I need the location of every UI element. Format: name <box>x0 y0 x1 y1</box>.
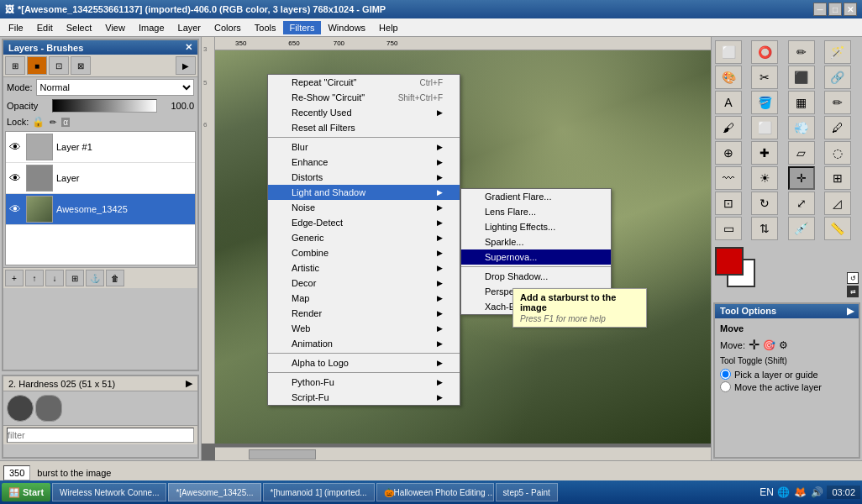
swap-colors-icon[interactable]: ⇄ <box>847 286 859 297</box>
menu-light-and-shadow[interactable]: Light and Shadow ▶ <box>268 185 460 200</box>
menu-image[interactable]: Image <box>132 21 171 34</box>
submenu-perspective[interactable]: Perspective... <box>461 284 611 299</box>
minimize-button[interactable]: ─ <box>813 3 827 16</box>
submenu-lighting-effects[interactable]: Lighting Effects... <box>461 219 611 234</box>
brush-search-input[interactable] <box>7 428 194 443</box>
tool-airbrush[interactable]: 💨 <box>788 116 815 139</box>
layer-eye-2[interactable]: 👁 <box>9 202 23 216</box>
lock-paint-icon[interactable]: ✏ <box>50 118 56 127</box>
layer-item-1[interactable]: 👁 Layer <box>6 163 195 194</box>
lower-layer-btn[interactable]: ↓ <box>45 270 64 286</box>
menu-blur[interactable]: Blur ▶ <box>268 139 460 155</box>
raise-layer-btn[interactable]: ↑ <box>25 270 44 286</box>
taskbar-btn-awesome[interactable]: *[Awesome_13425... <box>168 483 260 501</box>
delete-layer-btn[interactable]: 🗑 <box>106 270 124 286</box>
tool-smudge[interactable]: 〰 <box>715 166 742 190</box>
start-button[interactable]: 🪟 Start <box>2 483 50 501</box>
filters-menu[interactable]: Repeat "Circuit" Ctrl+F Re-Show "Circuit… <box>267 74 460 406</box>
menu-decor[interactable]: Decor ▶ <box>268 276 460 291</box>
anchor-layer-btn[interactable]: ⚓ <box>86 270 104 286</box>
tool-rotate[interactable]: ↻ <box>751 192 778 215</box>
taskbar-btn-halloween[interactable]: 🎃 Halloween Photo Editing ... <box>376 483 494 501</box>
option2-radio[interactable] <box>720 381 731 392</box>
tool-crop[interactable]: ⊡ <box>715 192 742 215</box>
layers-tool-2[interactable]: ■ <box>27 56 47 75</box>
taskbar-btn-step5[interactable]: step5 - Paint <box>496 483 558 501</box>
tool-dodge[interactable]: ☀ <box>751 166 778 190</box>
mode-select[interactable]: Normal <box>36 79 194 96</box>
tool-rect-select[interactable]: ⬜ <box>715 40 742 64</box>
menu-render[interactable]: Render ▶ <box>268 306 460 321</box>
menu-recently-used[interactable]: Recently Used ▶ <box>268 105 460 120</box>
menu-reshow-circuit[interactable]: Re-Show "Circuit" Shift+Ctrl+F <box>268 90 460 105</box>
tool-text[interactable]: A <box>715 91 742 114</box>
light-and-shadow-submenu[interactable]: Gradient Flare... Lens Flare... Lighting… <box>460 188 612 315</box>
tool-paths[interactable]: 🔗 <box>824 66 851 89</box>
menu-repeat-circuit[interactable]: Repeat "Circuit" Ctrl+F <box>268 75 460 90</box>
tool-pencil[interactable]: ✏ <box>824 91 851 114</box>
tool-move[interactable]: ✛ <box>788 166 815 190</box>
menu-colors[interactable]: Colors <box>208 21 248 34</box>
lock-alpha-icon[interactable]: α <box>61 118 70 127</box>
tool-perspective-clone[interactable]: ▱ <box>788 141 815 165</box>
tool-colorpick[interactable]: 💉 <box>788 217 815 240</box>
tool-eraser[interactable]: ⬜ <box>751 116 778 139</box>
tool-by-color[interactable]: 🎨 <box>715 66 742 89</box>
submenu-drop-shadow[interactable]: Drop Shadow... <box>461 269 611 284</box>
submenu-xach-effect[interactable]: Xach-Effect... <box>461 299 611 314</box>
brushes-options-btn[interactable]: ▶ <box>186 378 192 389</box>
tool-paintbrush[interactable]: 🖌 <box>715 116 742 139</box>
menu-tools[interactable]: Tools <box>248 21 283 34</box>
foreground-color-swatch[interactable] <box>715 247 744 276</box>
tool-fuzzy-select[interactable]: 🪄 <box>824 40 851 64</box>
layers-options-btn[interactable]: ▶ <box>176 56 196 75</box>
tool-blend[interactable]: ▦ <box>788 91 815 114</box>
submenu-lens-flare[interactable]: Lens Flare... <box>461 204 611 219</box>
tool-shear[interactable]: ◿ <box>824 192 851 215</box>
menu-view[interactable]: View <box>98 21 132 34</box>
duplicate-layer-btn[interactable]: ⊞ <box>66 270 84 286</box>
submenu-gradient-flare[interactable]: Gradient Flare... <box>461 189 611 204</box>
layer-item-2[interactable]: 👁 Awesome_13425 <box>6 194 195 225</box>
option1-radio[interactable] <box>720 369 731 380</box>
taskbar-btn-humanoid[interactable]: *[humanoid 1] (imported... <box>263 483 375 501</box>
menu-edge-detect[interactable]: Edge-Detect ▶ <box>268 215 460 230</box>
menu-filters[interactable]: Filters <box>283 21 322 34</box>
canvas-scrollbar-h[interactable] <box>215 447 711 460</box>
tool-options-arrow[interactable]: ▶ <box>847 306 854 317</box>
menu-generic[interactable]: Generic ▶ <box>268 230 460 245</box>
menu-windows[interactable]: Windows <box>321 21 372 34</box>
tool-heal[interactable]: ✚ <box>751 141 778 165</box>
menu-map[interactable]: Map ▶ <box>268 291 460 306</box>
menu-artistic[interactable]: Artistic ▶ <box>268 260 460 276</box>
tool-measure[interactable]: 📏 <box>824 217 851 240</box>
tool-bucket[interactable]: 🪣 <box>751 91 778 114</box>
menu-python-fu[interactable]: Python-Fu ▶ <box>268 375 460 390</box>
layers-close-icon[interactable]: ✕ <box>185 42 192 53</box>
tool-flip[interactable]: ⇅ <box>751 217 778 240</box>
menu-layer[interactable]: Layer <box>171 21 208 34</box>
layer-eye-1[interactable]: 👁 <box>9 171 23 185</box>
menu-select[interactable]: Select <box>60 21 99 34</box>
menu-distorts[interactable]: Distorts ▶ <box>268 170 460 185</box>
layer-item-0[interactable]: 👁 Layer #1 <box>6 132 195 163</box>
menu-reset-filters[interactable]: Reset all Filters <box>268 120 460 135</box>
maximize-button[interactable]: □ <box>828 3 842 16</box>
brush-item[interactable] <box>35 395 62 422</box>
lock-icon[interactable]: 🔒 <box>32 116 45 128</box>
layers-tool-4[interactable]: ⊠ <box>71 56 91 75</box>
layers-tool-3[interactable]: ⊡ <box>49 56 69 75</box>
tool-scissors[interactable]: ✂ <box>751 66 778 89</box>
tool-scale[interactable]: ⤢ <box>788 192 815 215</box>
tool-free-select[interactable]: ✏ <box>788 40 815 64</box>
layer-eye-0[interactable]: 👁 <box>9 140 23 154</box>
menu-file[interactable]: File <box>2 21 30 34</box>
menu-help[interactable]: Help <box>372 21 405 34</box>
menu-edit[interactable]: Edit <box>30 21 60 34</box>
submenu-sparkle[interactable]: Sparkle... <box>461 234 611 249</box>
tool-align[interactable]: ⊞ <box>824 166 851 190</box>
brush-item[interactable] <box>7 395 34 422</box>
menu-noise[interactable]: Noise ▶ <box>268 200 460 215</box>
menu-combine[interactable]: Combine ▶ <box>268 245 460 260</box>
new-layer-btn[interactable]: + <box>5 270 24 286</box>
